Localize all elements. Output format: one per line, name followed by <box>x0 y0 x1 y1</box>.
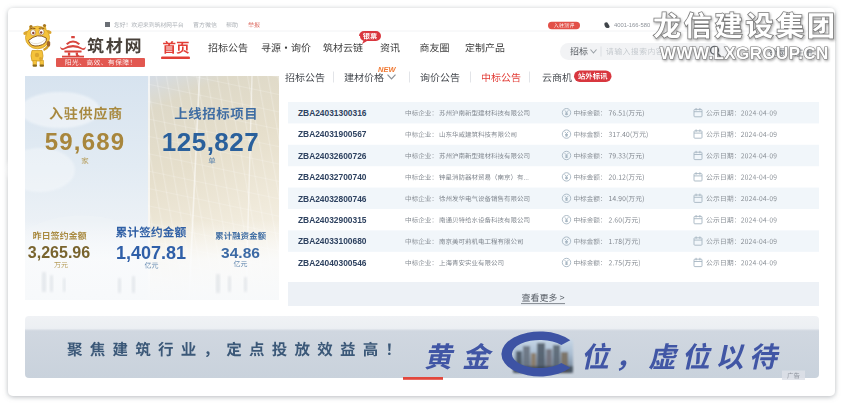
svg-text:34.86: 34.86 <box>221 244 260 261</box>
svg-text:ZBA24032700740: ZBA24032700740 <box>298 172 367 182</box>
svg-text:59,689: 59,689 <box>45 128 126 155</box>
svg-text:1,407.81: 1,407.81 <box>116 243 186 263</box>
svg-text:ZBA24031300316: ZBA24031300316 <box>298 108 367 118</box>
svg-text:ZBA24040300546: ZBA24040300546 <box>298 258 367 268</box>
svg-text:ZBA24032600726: ZBA24032600726 <box>298 151 367 161</box>
svg-text:3,265.96: 3,265.96 <box>28 244 90 261</box>
svg-text:4001-166-580: 4001-166-580 <box>614 22 650 28</box>
svg-text:ZBA24032800746: ZBA24032800746 <box>298 194 367 204</box>
svg-text:125,827: 125,827 <box>162 127 259 157</box>
svg-text:NEW: NEW <box>378 65 396 74</box>
svg-text:ZBA24031900567: ZBA24031900567 <box>298 129 367 139</box>
svg-text:ZBA24032900315: ZBA24032900315 <box>298 215 367 225</box>
svg-text:ZBA24033100680: ZBA24033100680 <box>298 236 367 246</box>
svg-text:WWW.LXGROUP.CN: WWW.LXGROUP.CN <box>660 44 829 63</box>
